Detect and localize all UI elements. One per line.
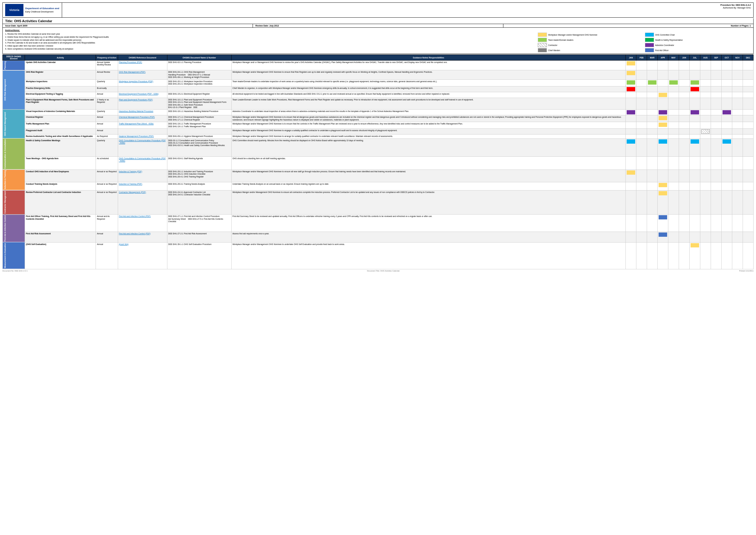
activity-cell: Conduct Training Needs Analysis bbox=[25, 182, 96, 190]
month-jan bbox=[626, 110, 636, 115]
doc-name-cell: DEE EHU-20-1-1 Workplace Inspection Proc… bbox=[167, 79, 231, 86]
month-apr bbox=[658, 92, 668, 98]
legend-item-7: Chief Warden bbox=[538, 48, 644, 52]
th-jan: JAN bbox=[626, 55, 636, 61]
month-mar bbox=[647, 122, 658, 129]
th-apr: APR bbox=[658, 55, 668, 61]
month-dec bbox=[742, 214, 753, 232]
month-nov bbox=[732, 122, 742, 129]
ref-doc-cell: Workplace Inspection Procedure (PDF) bbox=[118, 79, 167, 86]
guidance-cell: Workplace Manager and/or Management OHS … bbox=[231, 242, 626, 269]
month-sep bbox=[711, 98, 721, 110]
doc-name-cell: DEE EHU-09-1-1 Hygiene Management Proced… bbox=[167, 134, 231, 138]
table-row: Induction & Training Conduct OHS Inducti… bbox=[3, 170, 754, 182]
month-apr bbox=[658, 138, 668, 156]
legend-item-6: Asbestos Coordinator bbox=[645, 43, 751, 47]
freq-cell: Annual and As Required bbox=[96, 214, 118, 232]
month-apr bbox=[658, 61, 668, 70]
month-apr bbox=[658, 110, 668, 115]
month-jan bbox=[626, 61, 636, 70]
month-mar bbox=[647, 129, 658, 134]
month-oct bbox=[721, 122, 732, 129]
instr-line-2: 2. Delete those items that do not apply … bbox=[5, 36, 532, 39]
month-jul bbox=[689, 138, 700, 156]
month-nov bbox=[732, 115, 742, 122]
legend-item-8: First Aid Officer bbox=[645, 48, 751, 52]
th-oct: OCT bbox=[721, 55, 732, 61]
month-nov bbox=[732, 214, 742, 232]
month-dec bbox=[742, 182, 753, 190]
month-jun bbox=[679, 232, 689, 242]
month-feb bbox=[636, 156, 647, 170]
ref-doc-cell: OHS Risk Management (PDF) bbox=[118, 70, 167, 79]
ref-doc-cell: First Aid and Infection Control (PDF) bbox=[118, 214, 167, 232]
ref-doc-cell: OHS Consultation & Communication Procedu… bbox=[118, 138, 167, 156]
month-feb bbox=[636, 61, 647, 70]
activity-cell: Practice Emergency Drills bbox=[25, 86, 96, 92]
activity-cell: Workplace Inspections bbox=[25, 79, 96, 86]
ref-doc-cell: Induction & Training (PDF) bbox=[118, 182, 167, 190]
month-oct bbox=[721, 156, 732, 170]
table-row: Planning Update OHS Activities Calendar … bbox=[3, 61, 754, 70]
month-jan bbox=[626, 122, 636, 129]
guidance-cell: Team leader/Domain leaders to undertake … bbox=[231, 79, 626, 86]
th-mar: MAR bbox=[647, 55, 658, 61]
instructions-section: Instructions: 1. Review the OHS Activiti… bbox=[2, 28, 754, 54]
section-first-aid: First Aid & Infection Control bbox=[3, 214, 25, 242]
month-jul bbox=[689, 110, 700, 115]
guidance-cell: Workplace Manager and/ or Management OHS… bbox=[231, 61, 626, 70]
th-jun: JUN bbox=[679, 55, 689, 61]
month-oct bbox=[721, 170, 732, 182]
freq-cell: Annual or as Required bbox=[96, 182, 118, 190]
month-dec bbox=[742, 98, 753, 110]
month-oct bbox=[721, 110, 732, 115]
month-dec bbox=[742, 79, 753, 86]
activity-cell: First Aid Officer Training, First Aid Su… bbox=[25, 214, 96, 232]
month-jul bbox=[689, 98, 700, 110]
month-may bbox=[668, 86, 679, 92]
month-feb bbox=[636, 92, 647, 98]
month-aug bbox=[700, 190, 711, 214]
ref-doc-cell: Induction & Training (PDF) bbox=[118, 170, 167, 182]
month-feb bbox=[636, 190, 647, 214]
month-nov bbox=[732, 70, 742, 79]
month-apr bbox=[658, 232, 668, 242]
month-apr bbox=[658, 115, 668, 122]
month-dec bbox=[742, 190, 753, 214]
legend-label-5: Contractor bbox=[548, 44, 557, 46]
th-activity: Activity bbox=[25, 55, 96, 61]
month-nov bbox=[732, 92, 742, 98]
month-jan bbox=[626, 98, 636, 110]
ref-doc-cell: Hygiene Management Procedure (PDF) bbox=[118, 134, 167, 138]
instr-line-6: 6. Store completed & reviewed OHS Activi… bbox=[5, 47, 532, 50]
guidance-cell: Workplace Manager and/or Management OHS … bbox=[231, 134, 626, 138]
month-may bbox=[668, 122, 679, 129]
guidance-cell: Team Leader/Domain Leader to review Safe… bbox=[231, 98, 626, 110]
month-feb bbox=[636, 70, 647, 79]
review-date: July 2012 bbox=[269, 25, 279, 27]
freq-cell: 2 Yearly or as Required bbox=[96, 98, 118, 110]
month-jun bbox=[679, 61, 689, 70]
month-oct bbox=[721, 79, 732, 86]
guidance-cell: First Aid Summary Sheet to be reviewed a… bbox=[231, 214, 626, 232]
month-jun bbox=[679, 70, 689, 79]
legend-label-3: Team leader/Domain leaders bbox=[548, 39, 574, 41]
freq-cell: As Required bbox=[96, 134, 118, 138]
doc-name-cell: DEE EHU-26-3-1 Training Needs Analysis bbox=[167, 182, 231, 190]
doc-name-cell bbox=[167, 129, 231, 134]
month-mar bbox=[647, 190, 658, 214]
month-apr bbox=[658, 70, 668, 79]
legend-label-7: Chief Warden bbox=[548, 49, 560, 51]
month-apr bbox=[658, 129, 668, 134]
doc-name-cell: DEE EHU-24-3-1 Approved Contractor ListD… bbox=[167, 190, 231, 214]
section-contractor: Contractor Management bbox=[3, 190, 25, 214]
month-jul bbox=[689, 232, 700, 242]
month-jun bbox=[679, 79, 689, 86]
pages-value: 1 bbox=[750, 25, 751, 27]
table-row: Practice Emergency Drills Bi-annually Ch… bbox=[3, 86, 754, 92]
instr-line-5: 5. Initial square after item has been ac… bbox=[5, 44, 532, 47]
freq-cell: Annual bbox=[96, 92, 118, 98]
th-nov: NOV bbox=[732, 55, 742, 61]
month-nov bbox=[732, 242, 742, 269]
month-nov bbox=[732, 61, 742, 70]
